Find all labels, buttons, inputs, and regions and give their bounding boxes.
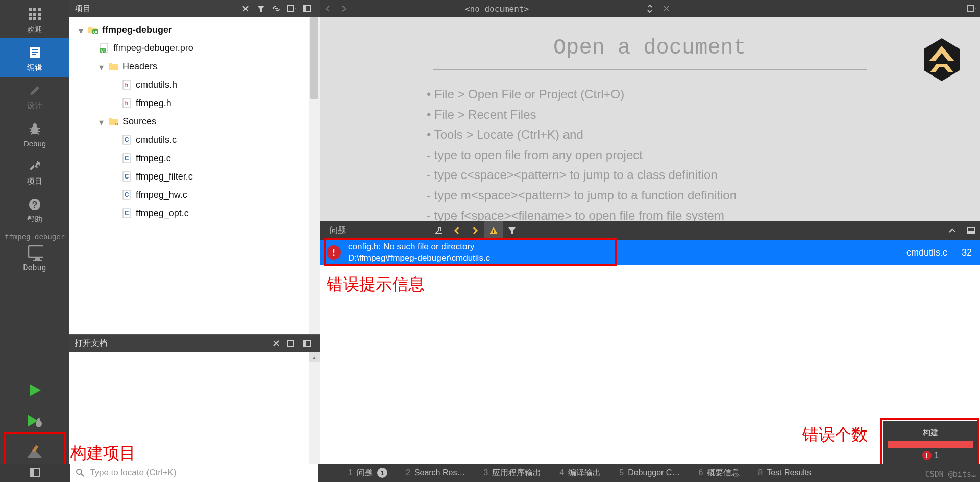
nav-project[interactable]: 项目 — [0, 152, 69, 190]
tab-search[interactable]: 2Search Res… — [397, 464, 475, 482]
grid-icon — [27, 6, 43, 22]
pencil-icon — [27, 83, 43, 99]
add-split-icon[interactable]: + — [284, 0, 299, 17]
open-docs-header: 打开文档 + — [69, 335, 320, 352]
tree-file-h[interactable]: hcmdutils.h — [69, 75, 320, 94]
welcome-pane: Open a document • File > Open File or Pr… — [320, 17, 980, 221]
sort-icon[interactable] — [268, 335, 284, 352]
nav-design-label: 设计 — [27, 101, 42, 111]
tab-test[interactable]: 8Test Results — [749, 464, 820, 482]
c-file-icon: C — [121, 171, 132, 182]
tree-file-c[interactable]: Cffmpeg_hw.c — [69, 186, 320, 204]
divider — [433, 69, 867, 70]
tree-file-c[interactable]: Ccmdutils.c — [69, 131, 320, 149]
svg-rect-23 — [287, 6, 293, 12]
tree-file-c[interactable]: Cffmpeg_opt.c — [69, 204, 320, 222]
tree-sources-folder[interactable]: ▾ C++ Sources — [69, 112, 320, 131]
doc-stepper-icon[interactable] — [642, 0, 658, 17]
tree-root[interactable]: ▾ Qt ffmpeg-debuger — [69, 20, 320, 39]
nav-edit[interactable]: 编辑 — [0, 38, 69, 77]
pro-file-icon: Qt — [99, 43, 109, 53]
svg-text:+: + — [295, 340, 296, 347]
search-icon — [76, 468, 85, 477]
close-pane-icon[interactable] — [299, 335, 314, 352]
tree-headers-folder[interactable]: ▾ .h Headers — [69, 57, 320, 75]
folder-icon: Qt — [88, 24, 98, 35]
tab-debugger[interactable]: 5Debugger C… — [610, 464, 689, 482]
problem-row[interactable]: ! config.h: No such file or directory D:… — [320, 240, 980, 265]
tree-file-c[interactable]: Cffmpeg.c — [69, 149, 320, 167]
left-panels: 项目 + ▾ Qt ffmpeg-debuger Qt ffmpeg-debug… — [69, 0, 320, 482]
svg-text:C: C — [125, 173, 129, 180]
build-progress-bar — [888, 441, 973, 448]
tree-pro-file[interactable]: Qt ffmpeg-debuger.pro — [69, 39, 320, 57]
filter-icon[interactable] — [253, 0, 268, 17]
run-button[interactable] — [27, 375, 43, 405]
nav-design[interactable]: 设计 — [0, 77, 69, 115]
svg-rect-52 — [968, 6, 974, 12]
nav-back-button[interactable] — [320, 0, 336, 17]
nav-debug-label: Debug — [23, 139, 46, 148]
tab-problems[interactable]: 1问题1 — [339, 464, 397, 482]
h-file-icon: h — [121, 80, 132, 90]
tab-general[interactable]: 6概要信息 — [689, 464, 749, 482]
svg-rect-6 — [29, 17, 32, 20]
sort-icon[interactable] — [238, 0, 253, 17]
close-doc-button[interactable]: ✕ — [658, 0, 674, 17]
collapse-icon[interactable] — [943, 221, 962, 240]
svg-text:?: ? — [32, 200, 37, 210]
add-split-icon[interactable]: + — [284, 335, 299, 352]
svg-text:+: + — [295, 5, 296, 12]
svg-text:h: h — [125, 82, 129, 88]
welcome-title: Open a document — [320, 17, 980, 60]
nav-help[interactable]: ? 帮助 — [0, 190, 69, 229]
tab-app-output[interactable]: 3应用程序输出 — [474, 464, 550, 482]
layout-icon[interactable] — [299, 0, 314, 17]
chevron-down-icon: ▾ — [99, 117, 108, 126]
link-icon[interactable] — [268, 0, 284, 17]
docs-scrollbar[interactable]: ▲▼ — [309, 352, 320, 482]
output-tabs: 1问题1 2Search Res… 3应用程序输出 4编译输出 5Debugge… — [318, 464, 980, 482]
status-bar: Type to locate (Ctrl+K) 1问题1 2Search Res… — [0, 464, 980, 482]
tree-file-h[interactable]: hffmpeg.h — [69, 94, 320, 112]
nav-project-label: 项目 — [27, 176, 42, 186]
bug-icon — [27, 121, 43, 137]
warning-filter-icon[interactable] — [484, 221, 503, 240]
locator-input[interactable]: Type to locate (Ctrl+K) — [70, 464, 318, 482]
split-icon[interactable]: + — [964, 0, 980, 17]
error-file: cmdutils.c — [906, 247, 947, 258]
clear-icon[interactable] — [429, 221, 448, 240]
kit-selector[interactable]: Debug — [0, 245, 69, 275]
svg-rect-26 — [303, 6, 306, 12]
nav-welcome[interactable]: 欢迎 — [0, 0, 69, 38]
minimize-icon[interactable] — [962, 221, 980, 240]
sidebar-toggle-button[interactable] — [0, 464, 70, 482]
svg-rect-3 — [29, 13, 32, 16]
tree-file-c[interactable]: Cffmpeg_filter.c — [69, 167, 320, 186]
svg-rect-8 — [38, 17, 41, 20]
c-file-icon: C — [121, 208, 132, 218]
svg-text:C: C — [125, 210, 129, 217]
filter-icon[interactable] — [503, 221, 521, 240]
project-tree[interactable]: ▾ Qt ffmpeg-debuger Qt ffmpeg-debuger.pr… — [69, 17, 320, 334]
svg-point-21 — [37, 418, 40, 421]
wrench-icon — [27, 158, 43, 174]
c-file-icon: C — [121, 135, 132, 145]
current-doc-label: <no document> — [352, 4, 642, 14]
error-icon: ! — [327, 245, 341, 260]
tab-compile[interactable]: 4编译输出 — [550, 464, 610, 482]
h-file-icon: h — [121, 98, 132, 108]
tree-sources-label: Sources — [122, 116, 156, 127]
prev-issue-button[interactable] — [448, 221, 466, 240]
nav-forward-button[interactable] — [336, 0, 352, 17]
nav-debug[interactable]: Debug — [0, 115, 69, 152]
build-progress-popup[interactable]: 构建 ! 1 — [883, 421, 978, 467]
svg-marker-54 — [924, 38, 960, 81]
project-panel-header: 项目 + — [69, 0, 320, 17]
run-debug-button[interactable] — [26, 405, 44, 436]
build-error-count: ! 1 — [922, 451, 939, 460]
tree-scrollbar[interactable] — [309, 17, 320, 334]
next-issue-button[interactable] — [466, 221, 484, 240]
welcome-hints: • File > Open File or Project (Ctrl+O) •… — [427, 84, 980, 221]
svg-rect-19 — [33, 260, 42, 261]
